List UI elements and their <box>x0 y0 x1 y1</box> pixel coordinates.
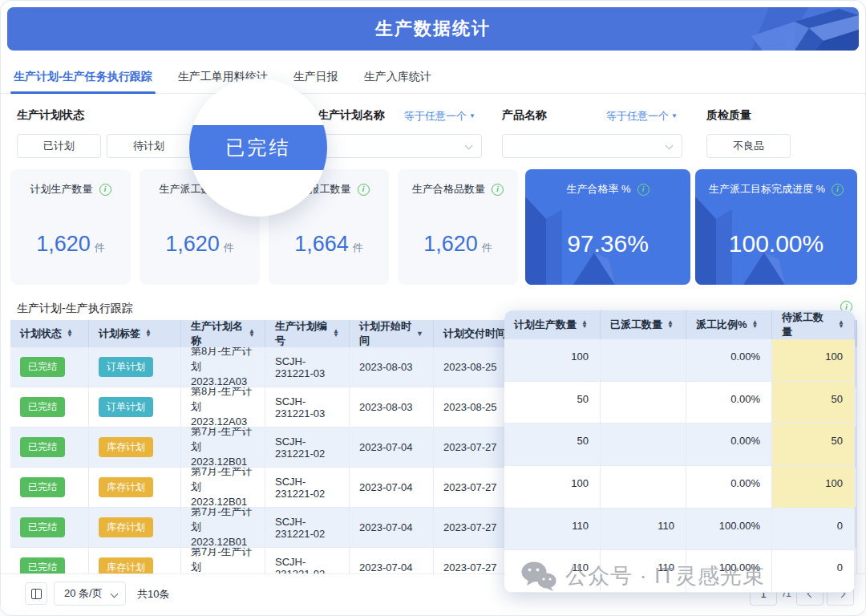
page-size-select[interactable]: 20 条/页 <box>54 582 126 606</box>
tab-bar: 生产计划-生产任务执行跟踪生产工单用料统计生产日报生产入库统计 <box>1 63 865 94</box>
status-cell: 已完结 <box>10 387 89 427</box>
kpi-card-header: 生产合格率 %i <box>525 182 690 197</box>
caret-down-icon: ▼ <box>671 112 678 120</box>
dispatch-ratio-cell: 0.00% <box>686 466 772 509</box>
tag-cell: 订单计划 <box>89 387 181 427</box>
tab-3[interactable]: 生产入库统计 <box>364 63 431 93</box>
pending-qty-cell: 0 <box>772 550 855 593</box>
sort-icon[interactable]: ▲▼ <box>838 321 844 329</box>
plan-name-line2: 2023.12B01 <box>191 535 255 547</box>
kpi-unit: 件 <box>95 241 105 253</box>
start-date-cell: 2023-08-03 <box>350 387 434 427</box>
tag-badge: 库存计划 <box>99 477 153 497</box>
overlay-row: 1000.00%100 <box>504 339 855 382</box>
overlay-column-header-2[interactable]: 派工比例%▲▼ <box>686 310 772 339</box>
kpi-number: 1,664 <box>294 232 349 256</box>
dispatch-ratio-cell: 0.00% <box>686 424 772 466</box>
total-count-label: 共10条 <box>137 587 169 602</box>
plan-name-cell: 第7月-生产计划2023.12B01 <box>181 508 265 547</box>
sort-icon[interactable]: ▲▼ <box>752 321 759 329</box>
planned-qty-cell: 50 <box>504 424 601 466</box>
info-icon[interactable]: i <box>492 184 504 196</box>
sort-down-icon: ▼ <box>67 334 73 338</box>
pending-qty-cell: 0 <box>772 509 855 551</box>
kpi-label: 计划生产数量 <box>30 182 93 197</box>
column-header-label: 计划开始时间 <box>359 320 411 347</box>
info-icon[interactable]: i <box>832 184 844 196</box>
kpi-unit: 件 <box>482 241 492 253</box>
kpi-label: 生产合格品数量 <box>412 182 485 197</box>
kpi-card-4: 生产合格率 %i97.36% <box>525 169 690 285</box>
sort-icon[interactable]: ▲▼ <box>581 321 588 329</box>
plan-name-operator-link[interactable]: 等于任意一个▼ <box>404 109 475 124</box>
status-badge: 已完结 <box>20 437 65 457</box>
sort-icon[interactable]: ▲▼ <box>667 321 674 329</box>
overlay-column-label: 已派工数量 <box>610 318 662 332</box>
quality-filter-label: 质检质量 <box>706 108 751 123</box>
tab-0[interactable]: 生产计划-生产任务执行跟踪 <box>14 63 152 93</box>
column-settings-button[interactable] <box>25 582 47 605</box>
info-icon[interactable]: i <box>99 184 111 196</box>
tag-cell: 订单计划 <box>89 347 181 387</box>
sort-down-icon: ▼ <box>145 334 152 338</box>
kpi-value: 1,620件 <box>398 232 518 257</box>
tag-badge: 订单计划 <box>99 357 153 377</box>
app-container: 生产数据统计 生产计划-生产任务执行跟踪生产工单用料统计生产日报生产入库统计 生… <box>0 0 866 616</box>
sort-down-icon: ▼ <box>667 325 674 329</box>
plan-code-cell: SCJH-231221-02 <box>265 468 350 507</box>
overlay-row: 1000.00%100 <box>504 466 855 509</box>
dispatched-qty-cell <box>601 466 686 509</box>
planned-qty-cell: 110 <box>504 550 601 593</box>
plan-name-select[interactable] <box>312 134 482 158</box>
column-header-2[interactable]: 生产计划名称▲▼ <box>181 320 265 347</box>
overlay-column-header-3[interactable]: 待派工数量▲▼ <box>772 310 855 339</box>
overlay-column-header-0[interactable]: 计划生产数量▲▼ <box>504 310 601 339</box>
tab-2[interactable]: 生产日报 <box>293 63 338 93</box>
overlay-row: 110110100.00%0 <box>504 550 855 593</box>
kpi-value: 1,620件 <box>140 232 260 257</box>
tag-badge: 库存计划 <box>99 437 153 457</box>
kpi-number: 100.00% <box>729 230 824 257</box>
kpi-card-header: 生产合格品数量i <box>398 182 518 197</box>
sort-icon[interactable]: ▲▼ <box>249 330 255 338</box>
plan-name-line2: 2023.12B01 <box>191 455 255 467</box>
column-header-label: 生产计划编号 <box>275 320 328 347</box>
planned-qty-cell: 50 <box>504 382 601 424</box>
product-name-select[interactable] <box>502 134 682 158</box>
kpi-value: 97.36% <box>525 230 690 257</box>
column-header-3[interactable]: 生产计划编号▲▼ <box>265 320 350 347</box>
dispatched-qty-cell <box>601 339 686 382</box>
column-header-1[interactable]: 计划标签▲▼ <box>89 320 181 347</box>
magnifier-lens: 已完结 <box>189 79 327 217</box>
plan-name-cell: 第8月-生产计划2023.12A03 <box>181 347 265 387</box>
planned-qty-cell: 100 <box>504 466 601 509</box>
overlay-column-header-1[interactable]: 已派工数量▲▼ <box>601 310 686 339</box>
dispatched-qty-cell <box>601 382 686 424</box>
quality-option-button[interactable]: 不良品 <box>706 134 791 158</box>
plan-code-cell: SCJH-231221-03 <box>265 387 350 427</box>
sort-desc-icon[interactable]: ▼ <box>416 330 423 338</box>
column-header-label: 计划标签 <box>99 326 140 341</box>
column-header-label: 计划交付时间 <box>443 326 506 341</box>
kpi-card-0: 计划生产数量i1,620件 <box>10 169 131 285</box>
info-icon[interactable]: i <box>358 184 370 196</box>
sort-down-icon: ▼ <box>752 325 759 329</box>
product-name-operator-link[interactable]: 等于任意一个▼ <box>606 109 678 124</box>
kpi-label: 生产合格率 % <box>566 182 630 197</box>
status-option-button-1[interactable]: 待计划 <box>107 134 191 158</box>
sort-icon[interactable]: ▲▼ <box>333 330 339 338</box>
info-icon[interactable]: i <box>637 184 650 196</box>
column-header-0[interactable]: 计划状态▲▼ <box>10 320 89 347</box>
plan-name-line2: 2023.12A03 <box>191 415 255 427</box>
kpi-number: 97.36% <box>567 230 649 257</box>
kpi-unit: 件 <box>224 241 234 253</box>
column-header-4[interactable]: 计划开始时间▼ <box>350 320 434 347</box>
chevron-down-icon <box>666 142 674 150</box>
sort-icon[interactable]: ▲▼ <box>67 330 73 338</box>
sort-icon[interactable]: ▲▼ <box>145 330 152 338</box>
status-option-finished-button[interactable]: 已完结 <box>189 125 327 170</box>
chevron-down-icon <box>465 142 473 150</box>
start-date-cell: 2023-07-04 <box>350 468 434 507</box>
kpi-card-3: 生产合格品数量i1,620件 <box>398 169 518 285</box>
status-option-button-0[interactable]: 已计划 <box>17 134 101 158</box>
